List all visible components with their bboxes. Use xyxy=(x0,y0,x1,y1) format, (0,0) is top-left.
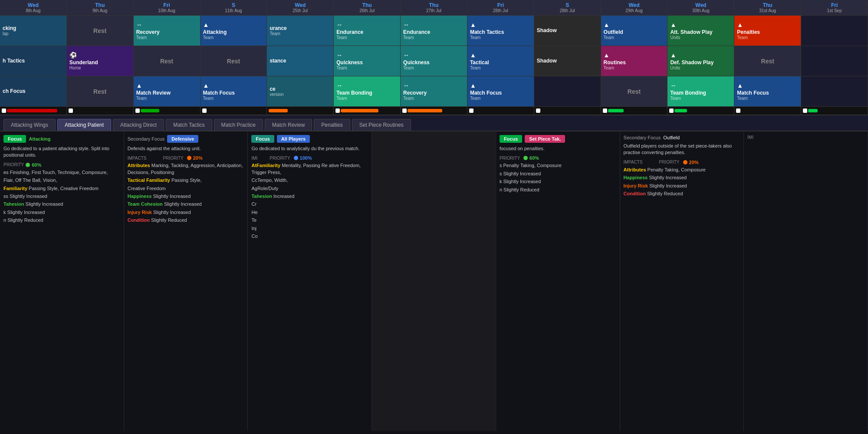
progress-handle-6[interactable] xyxy=(402,108,407,113)
date-col-8: S 28th Jul xyxy=(534,1,601,14)
focus-row-2: Focus All Players xyxy=(251,135,368,143)
cal-cell-r3-3[interactable]: ▲ Match Focus Team xyxy=(201,76,267,106)
date-col-1: Thu 9th Aug xyxy=(67,1,134,14)
cal-cell-r3-10[interactable]: ↔ Team Bonding Team xyxy=(667,76,734,106)
tab-match-tactics[interactable]: Match Tactics xyxy=(166,119,212,131)
progress-cell-3[interactable] xyxy=(201,107,267,115)
cal-cell-r3-11[interactable]: ▲ Match Focus Team xyxy=(734,76,801,106)
progress-cell-4[interactable] xyxy=(267,107,334,115)
tab-match-review[interactable]: Match Review xyxy=(265,119,312,131)
cal-cell-r3-9[interactable]: Rest xyxy=(601,76,668,106)
progress-cell-0[interactable] xyxy=(0,107,67,115)
cal-cell-r3-1[interactable]: Rest xyxy=(67,76,134,106)
cal-cell-r1-9[interactable]: ▲ Outfield Team xyxy=(601,16,668,46)
cal-cell-r3-0[interactable]: ch Focus xyxy=(0,76,67,106)
focus-badge-0: Focus xyxy=(3,135,26,143)
cal-cell-r3-2[interactable]: ▲ Match Review Team xyxy=(134,76,201,106)
cal-cell-r1-11[interactable]: ▲ Penalties Team xyxy=(734,16,801,46)
cal-cell-r1-5[interactable]: ↔ Endurance Team xyxy=(334,16,401,46)
cal-cell-r2-5[interactable]: ↔ Quickness Team xyxy=(334,46,401,76)
cal-cell-r2-8[interactable]: Shadow xyxy=(534,46,601,76)
progress-handle-5[interactable] xyxy=(335,108,340,113)
cal-cell-r2-0[interactable]: h Tactics xyxy=(0,46,67,76)
tab-attacking-patient[interactable]: Attacking Patient xyxy=(57,119,111,131)
progress-cell-10[interactable] xyxy=(667,107,734,115)
cal-cell-r2-11[interactable]: Rest xyxy=(734,46,801,76)
cal-cell-r1-8[interactable]: Shadow xyxy=(534,16,601,46)
cal-cell-r1-12 xyxy=(801,16,868,46)
cal-cell-r1-3[interactable]: ▲ Attacking Team xyxy=(201,16,267,46)
progress-handle-2[interactable] xyxy=(135,108,140,113)
cal-cell-r1-10[interactable]: ▲ Att. Shadow Play Units xyxy=(667,16,734,46)
focus-row-4: Focus Set Piece Tak. xyxy=(500,135,616,143)
progress-cell-9[interactable] xyxy=(601,107,668,115)
cal-cell-r2-7[interactable]: ▲ Tactical Team xyxy=(467,46,534,76)
tab-attacking-wings[interactable]: Attacking Wings xyxy=(3,119,56,131)
info-col-1: Secondary Focus Defensive Defends agains… xyxy=(124,132,248,431)
progress-cell-12[interactable] xyxy=(801,107,868,115)
impact-row-2-3: Tahesion Increased xyxy=(251,193,368,200)
impact-row-0-2: Familiarity Passing Style, Creative Free… xyxy=(3,185,120,192)
cal-cell-r1-6[interactable]: ↔ Endurance Team xyxy=(401,16,467,46)
priority-pct-2: 100% xyxy=(300,155,312,161)
progress-cell-2[interactable] xyxy=(134,107,201,115)
cal-cell-r2-2[interactable]: Rest xyxy=(134,46,201,76)
priority-section-1: IMPACTS PRIORITY 20% Attributes Marking,… xyxy=(128,155,244,224)
progress-cell-11[interactable] xyxy=(734,107,801,115)
progress-cell-5[interactable] xyxy=(334,107,401,115)
impact-row-5-1: Happiness Slightly Increased xyxy=(624,174,740,181)
cal-cell-r1-4[interactable]: urance Team xyxy=(267,16,334,46)
impact-row-2-6: Te xyxy=(251,217,368,224)
cal-cell-r2-4[interactable]: stance xyxy=(267,46,334,76)
cal-cell-r1-2[interactable]: ↔ Recovery Team xyxy=(134,16,201,46)
progress-handle-7[interactable] xyxy=(469,108,473,113)
bottom-panel: Attacking Wings Attacking Patient Attack… xyxy=(0,115,868,434)
cal-cell-r1-7[interactable]: ▲ Match Tactics Team xyxy=(467,16,534,46)
progress-handle-8[interactable] xyxy=(536,108,540,113)
impacts-section-1: Attributes Marking, Tackling, Aggression… xyxy=(128,162,244,224)
cal-cell-r3-6[interactable]: ↔ Recovery Team xyxy=(401,76,467,106)
progress-cell-6[interactable] xyxy=(401,107,467,115)
cal-cell-r3-4[interactable]: ce version xyxy=(267,76,334,106)
progress-handle-11[interactable] xyxy=(736,108,740,113)
cal-cell-r3-12 xyxy=(801,76,868,106)
cal-cell-r2-10[interactable]: ▲ Def. Shadow Play Units xyxy=(667,46,734,76)
progress-cell-1[interactable] xyxy=(67,107,134,115)
cal-cell-r2-3[interactable]: Rest xyxy=(201,46,267,76)
impact-row-2-2: AgRole/Duty xyxy=(251,185,368,192)
impact-row-1-2: Creative Freedom xyxy=(128,185,244,192)
progress-handle-0[interactable] xyxy=(2,108,6,113)
progress-cell-7[interactable] xyxy=(467,107,534,115)
tab-attacking-direct[interactable]: Attacking Direct xyxy=(113,119,164,131)
focus-row-5: Secondary Focus Outfield xyxy=(624,135,740,140)
tab-penalties[interactable]: Penalties xyxy=(314,119,350,131)
impact-row-0-6: n Slightly Reduced xyxy=(3,217,120,224)
impact-row-4-2: k Slightly Increased xyxy=(500,178,616,185)
cal-cell-r3-7[interactable]: ▲ Match Focus Team xyxy=(467,76,534,106)
priority-section-5: IMPACTS PRIORITY 20% Attributes Penalty … xyxy=(624,160,740,197)
secondary-focus-label-5: Secondary Focus xyxy=(624,135,661,140)
date-col-4: Wed 25th Jul xyxy=(267,1,334,14)
focus-badge-4: Focus xyxy=(500,135,522,143)
info-col-3 xyxy=(372,132,496,431)
tab-match-practice[interactable]: Match Practice xyxy=(214,119,263,131)
cal-cell-r1-0[interactable]: cking lap xyxy=(0,16,67,46)
progress-handle-1[interactable] xyxy=(69,108,73,113)
progress-handle-12[interactable] xyxy=(803,108,807,113)
cal-cell-r2-9[interactable]: ▲ Routines Team xyxy=(601,46,668,76)
cal-cell-r2-1[interactable]: ⚽ Sunderland Home xyxy=(67,46,134,76)
date-header: Wed 8th Aug Thu 9th Aug Fri 10th Aug S 1… xyxy=(0,0,868,16)
tab-set-piece-routines[interactable]: Set Piece Routines xyxy=(352,119,411,131)
info-columns: Focus Attacking Go dedicated to a patien… xyxy=(0,131,868,431)
progress-handle-3[interactable] xyxy=(202,108,207,113)
cal-cell-r1-1[interactable]: Rest xyxy=(67,16,134,46)
progress-handle-10[interactable] xyxy=(669,108,674,113)
cal-cell-r2-6[interactable]: ↔ Quickness Team xyxy=(401,46,467,76)
progress-cell-8[interactable] xyxy=(534,107,601,115)
priority-dot-2 xyxy=(294,156,298,160)
cal-cell-r3-5[interactable]: ↔ Team Bonding Team xyxy=(334,76,401,106)
progress-row xyxy=(0,107,868,115)
info-col-6: IMI xyxy=(744,132,868,431)
info-col-4: Focus Set Piece Tak. focused on penaltie… xyxy=(496,132,620,431)
progress-handle-9[interactable] xyxy=(603,108,607,113)
